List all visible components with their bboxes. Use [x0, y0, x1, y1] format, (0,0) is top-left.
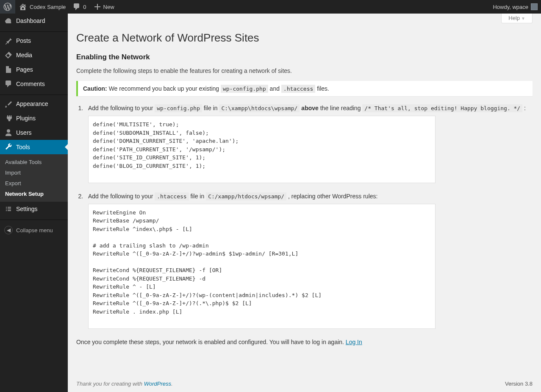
howdy-text: Howdy, wpace [493, 4, 528, 10]
dashboard-icon [4, 17, 13, 25]
final-note: Once you complete these steps, your netw… [76, 339, 533, 345]
admin-footer: Thank you for creating with WordPress. V… [68, 375, 541, 392]
sidebar-item-comments[interactable]: Comments [0, 77, 68, 91]
step-2: Add the following to your .htaccess file… [85, 193, 533, 330]
code-wpconfig: wp-config.php [221, 85, 268, 93]
sidebar-item-label: Users [16, 129, 32, 136]
sidebar-item-users[interactable]: Users [0, 125, 68, 140]
code-comment: /* That's all, stop editing! Happy blogg… [362, 104, 522, 112]
help-label: Help [508, 15, 520, 21]
footer-version: Version 3.8 [505, 381, 533, 387]
new-label: New [103, 4, 114, 10]
wp-logo[interactable] [0, 0, 15, 14]
sidebar-item-media[interactable]: Media [0, 48, 68, 62]
sidebar-item-pages[interactable]: Pages [0, 62, 68, 77]
sidebar-item-settings[interactable]: Settings [0, 202, 68, 216]
code-filename: wp-config.php [155, 104, 202, 112]
page-title: Create a Network of WordPress Sites [76, 28, 533, 53]
sidebar-item-label: Appearance [16, 100, 48, 107]
new-content-menu[interactable]: New [90, 0, 118, 14]
plus-icon [93, 3, 102, 11]
home-icon [19, 3, 27, 11]
sidebar-item-label: Comments [16, 81, 45, 87]
sidebar-item-label: Dashboard [16, 17, 45, 24]
code-path: C:/xampp/htdocs/wpsamp/ [206, 192, 286, 200]
login-link[interactable]: Log In [346, 339, 362, 345]
user-icon [4, 128, 13, 137]
sidebar-item-label: Pages [16, 66, 33, 73]
comments-menu[interactable]: 0 [69, 0, 89, 14]
plug-icon [4, 114, 13, 122]
sidebar-item-label: Plugins [16, 115, 36, 122]
caution-notice: Caution: We recommend you back up your e… [76, 81, 533, 96]
submenu-available-tools[interactable]: Available Tools [0, 157, 68, 167]
chevron-down-icon: ▼ [521, 16, 525, 21]
wordpress-icon [3, 3, 12, 11]
submenu-network-setup[interactable]: Network Setup [0, 189, 68, 199]
sidebar-item-posts[interactable]: Posts [0, 33, 68, 48]
htaccess-code-textarea[interactable] [88, 204, 436, 329]
page-description: Complete the following steps to enable t… [76, 67, 533, 74]
code-path: C:\xampp\htdocs\wpsamp/ [219, 104, 300, 112]
comments-count: 0 [83, 4, 86, 10]
admin-sidebar: Dashboard Posts Media Pages Comments App… [0, 14, 68, 392]
submenu-export[interactable]: Export [0, 178, 68, 189]
media-icon [4, 51, 13, 59]
wpconfig-code-textarea[interactable] [88, 116, 436, 183]
site-name-label: Codex Sample [30, 4, 66, 10]
footer-wp-link[interactable]: WordPress [144, 381, 171, 387]
page-icon [4, 65, 13, 74]
wrench-icon [4, 143, 13, 151]
help-tab[interactable]: Help▼ [501, 14, 533, 23]
submenu-import[interactable]: Import [0, 167, 68, 178]
avatar [531, 3, 538, 10]
collapse-icon: ◀ [4, 226, 13, 234]
comment-icon [4, 80, 13, 88]
sidebar-item-label: Tools [16, 144, 30, 150]
content-area: Help▼ Create a Network of WordPress Site… [68, 14, 541, 392]
sidebar-item-label: Media [16, 52, 32, 58]
sidebar-item-label: Posts [16, 37, 31, 44]
admin-bar: Codex Sample 0 New Howdy, wpace [0, 0, 541, 14]
sidebar-item-plugins[interactable]: Plugins [0, 111, 68, 125]
comment-icon [72, 3, 81, 11]
pin-icon [4, 36, 13, 45]
caution-label: Caution: [83, 85, 107, 92]
code-filename: .htaccess [155, 192, 189, 200]
code-htaccess: .htaccess [281, 85, 315, 93]
footer-thanks: Thank you for creating with [76, 381, 144, 387]
collapse-menu[interactable]: ◀ Collapse menu [0, 222, 68, 239]
site-name-menu[interactable]: Codex Sample [15, 0, 69, 14]
collapse-label: Collapse menu [16, 227, 53, 234]
my-account[interactable]: Howdy, wpace [489, 0, 541, 14]
settings-icon [4, 205, 13, 213]
brush-icon [4, 100, 13, 108]
sidebar-item-tools[interactable]: Tools [0, 140, 68, 154]
sidebar-item-appearance[interactable]: Appearance [0, 97, 68, 111]
sidebar-item-dashboard[interactable]: Dashboard [0, 14, 68, 28]
section-title: Enabling the Network [76, 53, 533, 61]
sidebar-item-label: Settings [16, 206, 38, 212]
step-1: Add the following to your wp-config.php … [85, 105, 533, 184]
